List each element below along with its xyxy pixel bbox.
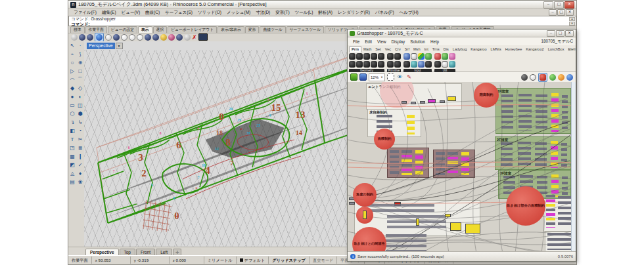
preview-shaded-selected[interactable]	[538, 73, 547, 82]
menu-item[interactable]: File	[350, 39, 362, 44]
curve-param-icon[interactable]	[356, 61, 363, 68]
component-category-tab[interactable]: Set	[373, 47, 382, 52]
node-chip[interactable]	[420, 101, 425, 104]
component-category-tab[interactable]: Int	[423, 47, 430, 52]
shaded-viewport-icon[interactable]	[71, 34, 78, 41]
circle-area-constraint[interactable]: 面積制約	[374, 129, 395, 150]
grasshopper-titlebar[interactable]: Grasshopper - 180705_モデルC – ▢ ✕	[348, 30, 576, 37]
close-button[interactable]: ✕	[564, 1, 574, 9]
relay-icon[interactable]	[434, 61, 441, 68]
statusbar-toggle[interactable]: 直交モード	[310, 256, 337, 264]
toolbar-tab[interactable]: 変形	[245, 26, 260, 33]
toolbar-tab[interactable]: 表示	[138, 26, 152, 33]
rhino-titlebar[interactable]: R 180705_モデルCベイク.3dm (64099 KB) - Rhinoc…	[68, 1, 576, 9]
display-mode-icon[interactable]	[152, 34, 159, 41]
number-param-icon[interactable]	[394, 53, 401, 60]
tool-icon[interactable]: □	[76, 67, 84, 75]
surface-param-icon[interactable]	[371, 53, 377, 60]
knob-icon[interactable]	[418, 61, 425, 68]
mesh-param-icon[interactable]	[378, 53, 384, 60]
material-display-icon[interactable]	[168, 34, 175, 41]
toolbar-tab[interactable]: ビューポートレイアウト	[168, 26, 217, 33]
component-category-tab[interactable]: Trns	[430, 47, 442, 52]
tool-icon[interactable]: ⟆	[76, 50, 84, 58]
tool-icon[interactable]: ≣	[76, 144, 84, 152]
maximize-button[interactable]: ▢	[554, 1, 564, 9]
jump-icon[interactable]	[442, 61, 448, 68]
menu-item[interactable]: Edit	[362, 39, 375, 44]
gh-minimize-button[interactable]: –	[547, 30, 555, 37]
tool-icon[interactable]: ◬	[68, 169, 76, 178]
gradient-icon[interactable]	[418, 53, 425, 60]
component-category-tab[interactable]: Ladybug	[451, 47, 469, 52]
solver-icon[interactable]	[549, 74, 556, 81]
tree-icon[interactable]	[442, 53, 448, 60]
menu-item[interactable]: 寸法(D)	[253, 10, 273, 16]
tool-icon[interactable]: ❙	[76, 152, 84, 161]
tool-icon[interactable]: ◆	[68, 84, 76, 92]
tool-icon[interactable]: ◳	[68, 144, 76, 152]
circle-void-area-constraint[interactable]: 吹き抜け部分の面積制約	[506, 186, 545, 226]
node-chip[interactable]	[402, 101, 407, 104]
cplane-label[interactable]: 作業平面	[68, 256, 92, 264]
component-category-tab[interactable]: LunchBox	[546, 47, 566, 52]
tool-icon[interactable]: ↖	[68, 41, 76, 50]
menu-item[interactable]: 解析(A)	[315, 10, 335, 16]
brep-param-icon[interactable]	[371, 61, 377, 68]
toolbar-tab[interactable]: 曲線ツール	[260, 26, 285, 33]
zoom-select[interactable]: 12% ▼	[369, 73, 385, 81]
integer-param-icon[interactable]	[387, 61, 394, 68]
statusbar-toggle[interactable]: グリッドスナップ	[269, 256, 310, 264]
fullscreen-display-icon[interactable]	[198, 33, 208, 41]
node-rows[interactable]	[362, 204, 434, 212]
component-category-tab[interactable]: Vec	[383, 47, 393, 52]
menu-item[interactable]: レンダリング(R)	[335, 10, 373, 16]
tool-icon[interactable]: ◇	[76, 84, 84, 92]
menu-item[interactable]: ソリッド(O)	[195, 10, 224, 16]
component-category-tab[interactable]: Honeybee	[503, 47, 524, 52]
cherry-picker-icon[interactable]	[434, 53, 441, 60]
menu-item[interactable]: パネル(P)	[373, 10, 397, 16]
node-chip[interactable]	[411, 102, 416, 104]
node-rows[interactable]	[546, 195, 555, 228]
node-chip-yellow-large[interactable]	[450, 222, 461, 231]
panel-icon[interactable]	[411, 53, 417, 60]
menu-item[interactable]: 曲線(C)	[143, 10, 162, 16]
toolbar-tab[interactable]: 作業平面	[85, 26, 107, 33]
creeper-icon[interactable]	[425, 53, 432, 60]
tool-icon[interactable]: ▤	[68, 178, 76, 186]
component-category-tab[interactable]: Srf	[403, 47, 411, 52]
tool-icon[interactable]: ↴	[68, 118, 76, 127]
boolean-toggle-icon[interactable]	[403, 61, 410, 68]
tool-icon[interactable]: ⊕	[76, 58, 84, 67]
sun-display-icon[interactable]	[160, 34, 167, 41]
backface-display-icon[interactable]	[176, 34, 183, 41]
node-rows[interactable]	[547, 233, 571, 250]
scroll-up-icon[interactable]: ▲	[569, 17, 575, 21]
tool-icon[interactable]: ▦	[68, 152, 76, 161]
component-category-tab[interactable]: LMNts	[489, 47, 503, 52]
scroll-down-icon[interactable]: ▼	[569, 22, 575, 26]
value-list-icon[interactable]	[411, 61, 417, 68]
node-chip-yellow[interactable]	[445, 214, 451, 217]
tool-icon[interactable]: ◧	[68, 127, 76, 135]
tool-icon[interactable]: ◫	[76, 101, 84, 110]
ghosted-viewport-icon[interactable]	[87, 34, 93, 41]
minimize-button[interactable]: –	[543, 1, 553, 9]
units-label[interactable]: ミリメートル	[204, 256, 237, 264]
text-param-icon[interactable]	[394, 61, 401, 68]
circle-floor-height-constraint[interactable]: 階高制約	[474, 83, 499, 108]
tool-icon[interactable]: ●	[68, 92, 76, 101]
vector-param-icon[interactable]	[349, 61, 356, 68]
raytraced-viewport-icon[interactable]	[145, 34, 151, 41]
node-rows[interactable]	[558, 196, 571, 228]
node-chip[interactable]	[349, 202, 355, 205]
tool-icon[interactable]: ↳	[76, 118, 84, 127]
menu-item[interactable]: ヘルプ(H)	[397, 10, 421, 16]
zoom-extents-icon[interactable]	[387, 73, 394, 81]
tool-icon[interactable]: ·	[76, 41, 84, 50]
preview-eye-icon[interactable]: 👁	[396, 73, 403, 81]
preview-off-icon[interactable]	[521, 74, 528, 81]
point-param-icon[interactable]	[349, 53, 356, 60]
menu-item[interactable]: Display	[389, 39, 408, 44]
